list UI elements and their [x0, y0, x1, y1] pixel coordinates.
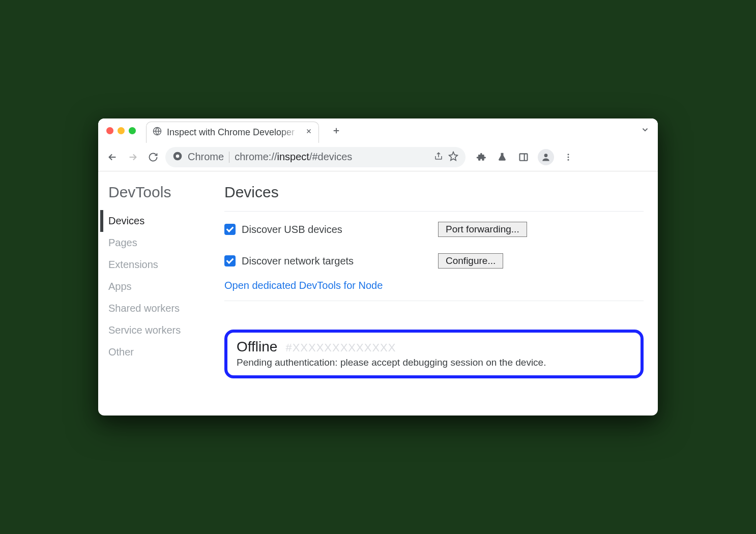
- close-window-button[interactable]: [106, 127, 113, 134]
- sidebar-item-other[interactable]: Other: [100, 341, 212, 363]
- menu-icon[interactable]: [561, 150, 575, 164]
- discover-network-checkbox[interactable]: [224, 255, 236, 266]
- sidebar-item-pages[interactable]: Pages: [100, 232, 212, 254]
- window-controls: [106, 127, 136, 134]
- sidebar-item-apps[interactable]: Apps: [100, 276, 212, 298]
- share-icon[interactable]: [434, 152, 443, 163]
- device-status-box: Offline #XXXXXXXXXXXXX Pending authentic…: [224, 330, 644, 378]
- tab-dropdown-button[interactable]: [641, 125, 650, 136]
- labs-icon[interactable]: [495, 150, 509, 164]
- network-setting-row: Discover network targets Configure...: [224, 239, 644, 271]
- bookmark-icon[interactable]: [448, 151, 458, 163]
- tab-bar: Inspect with Chrome Developer: [98, 118, 658, 143]
- chrome-icon: [172, 151, 183, 163]
- page-content: DevTools Devices Pages Extensions Apps S…: [98, 171, 658, 416]
- url-text: chrome://inspect/#devices: [235, 151, 429, 163]
- new-tab-button[interactable]: [329, 124, 343, 138]
- main-panel: Devices Discover USB devices Port forwar…: [212, 184, 644, 385]
- device-status: Offline: [237, 339, 277, 355]
- device-message: Pending authentication: please accept de…: [237, 357, 631, 368]
- browser-window: Inspect with Chrome Developer Chrome: [98, 118, 658, 416]
- sidebar-title: DevTools: [100, 184, 212, 210]
- url-separator: [229, 152, 229, 163]
- svg-point-5: [568, 154, 569, 155]
- node-devtools-link[interactable]: Open dedicated DevTools for Node: [224, 271, 383, 301]
- svg-point-4: [544, 154, 548, 157]
- svg-point-7: [568, 159, 569, 160]
- globe-icon: [153, 127, 162, 138]
- side-panel-icon[interactable]: [516, 150, 531, 164]
- node-link-row: Open dedicated DevTools for Node: [224, 271, 644, 301]
- discover-network-label: Discover network targets: [242, 255, 354, 267]
- sidebar-item-extensions[interactable]: Extensions: [100, 254, 212, 276]
- tab-title: Inspect with Chrome Developer: [167, 127, 300, 138]
- discover-usb-label: Discover USB devices: [242, 224, 342, 235]
- svg-point-2: [176, 154, 180, 158]
- extensions-icon[interactable]: [474, 150, 488, 164]
- profile-avatar[interactable]: [538, 149, 554, 165]
- minimize-window-button[interactable]: [118, 127, 125, 134]
- toolbar-actions: [474, 149, 575, 165]
- address-bar[interactable]: Chrome chrome://inspect/#devices: [165, 147, 466, 167]
- svg-point-6: [568, 156, 569, 158]
- page-title: Devices: [224, 184, 644, 212]
- toolbar: Chrome chrome://inspect/#devices: [98, 143, 658, 171]
- sidebar-item-shared-workers[interactable]: Shared workers: [100, 298, 212, 319]
- sidebar: DevTools Devices Pages Extensions Apps S…: [100, 184, 212, 385]
- maximize-window-button[interactable]: [129, 127, 136, 134]
- svg-rect-3: [520, 154, 528, 160]
- close-tab-button[interactable]: [305, 128, 312, 137]
- configure-button[interactable]: Configure...: [438, 253, 503, 269]
- back-button[interactable]: [104, 149, 121, 165]
- sidebar-item-service-workers[interactable]: Service workers: [100, 319, 212, 341]
- usb-setting-row: Discover USB devices Port forwarding...: [224, 212, 644, 239]
- forward-button[interactable]: [125, 149, 141, 165]
- discover-usb-checkbox[interactable]: [224, 224, 236, 235]
- sidebar-item-devices[interactable]: Devices: [100, 210, 212, 232]
- browser-tab[interactable]: Inspect with Chrome Developer: [146, 122, 319, 143]
- device-id: #XXXXXXXXXXXXX: [285, 341, 396, 354]
- reload-button[interactable]: [145, 149, 161, 165]
- port-forwarding-button[interactable]: Port forwarding...: [438, 222, 527, 237]
- url-scheme-label: Chrome: [188, 151, 224, 163]
